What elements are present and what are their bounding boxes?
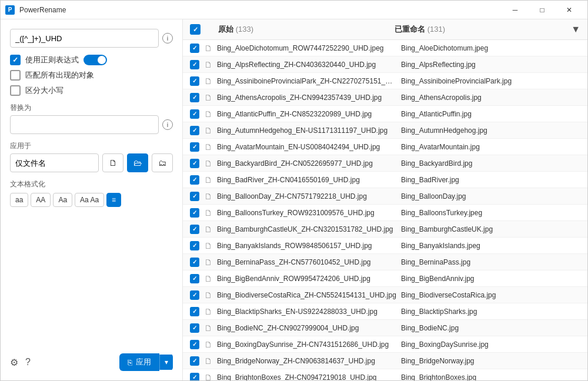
file-renamed-name-7: Bing_BackyardBird.jpg [401, 159, 580, 168]
file-original-name-19: Bing_BridgeNorway_ZH-CN9063814637_UHD.jp… [217, 357, 396, 365]
row-checkbox-17[interactable]: ✓ [190, 323, 199, 333]
search-row: i [10, 29, 173, 48]
uppercase-btn[interactable]: AA [31, 193, 51, 207]
apply-to-select[interactable]: 仅文件名 [10, 153, 99, 172]
row-checkbox-15[interactable]: ✓ [190, 290, 199, 300]
format-section: 文本格式化 aa AA Aa Aa Aa ≡ [10, 179, 173, 207]
left-panel: i ✓ 使用正则表达式 匹配所有出现的对象 [1, 19, 183, 380]
table-row: ✓ 🗋 Bing_BamburghCastleUK_ZH-CN320153178… [183, 221, 587, 238]
case-sensitive-label: 区分大小写 [25, 85, 64, 96]
match-all-check [10, 70, 21, 81]
file-renamed-name-9: Bing_BalloonDay.jpg [401, 192, 580, 200]
file-icon-1: 🗋 [204, 60, 212, 69]
lowercase-btn[interactable]: aa [10, 193, 28, 207]
match-all-checkbox[interactable]: 匹配所有出现的对象 [10, 70, 173, 81]
row-checkbox-18[interactable]: ✓ [190, 340, 199, 349]
bottom-bar: ⚙ ? ⎘ 应用 ▾ [10, 349, 173, 371]
file-icon-6: 🗋 [204, 142, 212, 152]
row-checkbox-7[interactable]: ✓ [190, 159, 199, 168]
regex-toggle[interactable] [83, 55, 107, 65]
row-checkbox-11[interactable]: ✓ [190, 225, 199, 234]
table-row: ✓ 🗋 Bing_AvatarMountain_EN-US0084042494_… [183, 139, 587, 155]
file-icon-2: 🗋 [204, 76, 212, 86]
file-renamed-name-10: Bing_BalloonsTurkey.jpeg [401, 209, 580, 217]
file-original-name-14: Bing_BigBendAnniv_ROW9954724206_UHD.jpg [217, 275, 396, 283]
help-icon[interactable]: ? [25, 357, 31, 367]
case-sensitive-check [10, 85, 21, 96]
file-renamed-name-14: Bing_BigBendAnniv.jpg [401, 275, 580, 283]
maximize-button[interactable]: □ [529, 1, 556, 19]
file-icon-19: 🗋 [204, 356, 212, 366]
file-renamed-name-0: Bing_AloeDichotomum.jpeg [401, 44, 580, 52]
file-only-btn[interactable]: 🗋 [102, 153, 123, 172]
apply-dropdown-button[interactable]: ▾ [159, 355, 173, 370]
main-window: P PowerRename ─ □ ✕ i ✓ [0, 0, 588, 381]
row-checkbox-6[interactable]: ✓ [190, 142, 199, 152]
file-icon-16: 🗋 [204, 307, 212, 316]
window-title: PowerRename [19, 6, 66, 14]
app-icon: P [5, 5, 15, 15]
both-btn[interactable]: 🗂 [152, 153, 173, 172]
table-row: ✓ 🗋 Bing_BadRiver_ZH-CN0416550169_UHD.jp… [183, 172, 587, 188]
wordcase-btn[interactable]: Aa Aa [75, 193, 104, 207]
search-input[interactable] [10, 29, 159, 48]
row-checkbox-10[interactable]: ✓ [190, 208, 199, 218]
file-icon-3: 🗋 [204, 93, 212, 102]
table-row: ✓ 🗋 Bing_AtlanticPuffin_ZH-CN8523220989_… [183, 106, 587, 122]
row-checkbox-20[interactable]: ✓ [190, 373, 199, 381]
file-icon-10: 🗋 [204, 208, 212, 218]
file-icon-18: 🗋 [204, 340, 212, 349]
file-original-name-9: Bing_BalloonDay_ZH-CN7571792218_UHD.jpg [217, 192, 396, 200]
row-checkbox-12[interactable]: ✓ [190, 241, 199, 250]
file-list: ✓ 🗋 Bing_AloeDichotomum_ROW7447252290_UH… [183, 40, 587, 380]
row-checkbox-0[interactable]: ✓ [190, 44, 199, 53]
titlecase-btn[interactable]: Aa [53, 193, 72, 207]
format-label: 文本格式化 [10, 179, 173, 189]
search-info-icon[interactable]: i [162, 33, 173, 44]
replace-info-icon[interactable]: i [162, 119, 173, 130]
case-sensitive-checkbox[interactable]: 区分大小写 [10, 85, 173, 96]
row-checkbox-4[interactable]: ✓ [190, 109, 199, 119]
table-row: ✓ 🗋 Bing_BerninaPass_ZH-CN5776010452_UHD… [183, 254, 587, 270]
row-checkbox-3[interactable]: ✓ [190, 93, 199, 102]
file-original-name-16: Bing_BlacktipSharks_EN-US9224288033_UHD.… [217, 308, 396, 316]
nochange-btn[interactable]: ≡ [106, 193, 121, 207]
bottom-icons: ⚙ ? [10, 357, 31, 368]
table-row: ✓ 🗋 Bing_AlpsReflecting_ZH-CN4036320440_… [183, 56, 587, 73]
row-checkbox-1[interactable]: ✓ [190, 60, 199, 69]
file-renamed-name-5: Bing_AutumnHedgehog.jpg [401, 126, 580, 135]
file-original-name-7: Bing_BackyardBird_ZH-CN0522695977_UHD.jp… [217, 159, 396, 168]
file-original-name-15: Bing_BiodiverseCostaRica_ZH-CN5524154131… [217, 291, 396, 299]
content-area: i ✓ 使用正则表达式 匹配所有出现的对象 [1, 19, 587, 380]
file-renamed-name-13: Bing_BerninaPass.jpg [401, 258, 580, 266]
apply-to-row: 仅文件名 🗋 🗁 🗂 [10, 153, 173, 172]
minimize-button[interactable]: ─ [502, 1, 529, 19]
row-checkbox-8[interactable]: ✓ [190, 175, 199, 185]
folder-only-btn[interactable]: 🗁 [127, 153, 148, 172]
file-original-name-17: Bing_BodieNC_ZH-CN9027999004_UHD.jpg [217, 324, 396, 332]
file-original-name-13: Bing_BerninaPass_ZH-CN5776010452_UHD.jpg [217, 258, 396, 266]
file-icon-5: 🗋 [204, 126, 212, 135]
row-checkbox-14[interactable]: ✓ [190, 274, 199, 283]
use-regex-checkbox[interactable]: ✓ 使用正则表达式 [10, 55, 173, 65]
file-renamed-name-16: Bing_BlacktipSharks.jpg [401, 308, 580, 316]
file-original-name-6: Bing_AvatarMountain_EN-US0084042494_UHD.… [217, 143, 396, 151]
row-checkbox-5[interactable]: ✓ [190, 126, 199, 135]
renamed-column-header: 已重命名 (131) [395, 24, 566, 35]
row-checkbox-9[interactable]: ✓ [190, 192, 199, 201]
select-all-checkbox[interactable]: ✓ [190, 24, 201, 35]
filter-icon[interactable]: ▼ [571, 24, 580, 35]
close-button[interactable]: ✕ [556, 1, 583, 19]
row-checkbox-16[interactable]: ✓ [190, 307, 199, 316]
settings-icon[interactable]: ⚙ [10, 357, 18, 368]
row-checkbox-13[interactable]: ✓ [190, 258, 199, 267]
file-icon-8: 🗋 [204, 175, 212, 185]
row-checkbox-19[interactable]: ✓ [190, 356, 199, 366]
table-row: ✓ 🗋 Bing_BalloonDay_ZH-CN7571792218_UHD.… [183, 188, 587, 205]
apply-button[interactable]: ⎘ 应用 [119, 353, 159, 371]
row-checkbox-2[interactable]: ✓ [190, 76, 199, 86]
file-icon-4: 🗋 [204, 109, 212, 119]
replace-input[interactable] [10, 115, 159, 134]
file-original-name-12: Bing_BanyakIslands_ROW9848506157_UHD.jpg [217, 242, 396, 250]
replace-section: 替换为 i [10, 103, 173, 134]
